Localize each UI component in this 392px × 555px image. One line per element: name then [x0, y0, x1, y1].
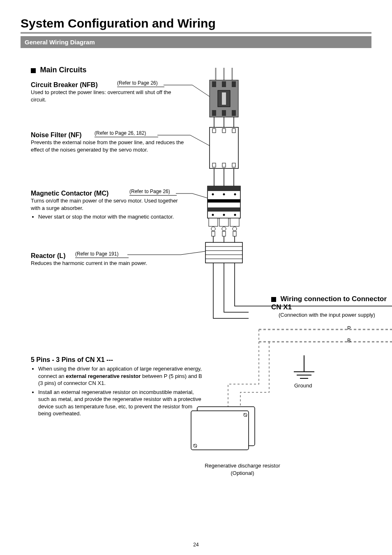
svg-rect-32 [208, 186, 240, 191]
svg-point-45 [222, 227, 226, 231]
section-bar: General Wiring Diagram [21, 36, 371, 48]
circuit-breaker-title: Circuit Breaker (NFB) [31, 81, 98, 88]
svg-point-36 [223, 193, 225, 196]
svg-rect-26 [222, 163, 226, 167]
noise-filter-ref: (Refer to Page 26, 182) [95, 130, 146, 136]
svg-rect-43 [230, 218, 239, 226]
magnetic-contactor-ref: (Refer to Page 26) [129, 189, 170, 194]
wiring-diagram-icon [189, 68, 392, 474]
magnetic-contactor-desc: Turns on/off the main power of the servo… [31, 197, 187, 212]
magnetic-contactor-bullet: Never start or stop the motor with the m… [38, 213, 187, 221]
svg-point-46 [233, 227, 237, 231]
svg-rect-5 [222, 81, 226, 87]
svg-rect-10 [222, 110, 226, 116]
svg-rect-8 [222, 92, 226, 105]
svg-rect-42 [219, 218, 228, 226]
svg-rect-25 [212, 163, 216, 167]
page-number: 24 [0, 542, 392, 548]
svg-point-37 [234, 193, 236, 196]
main-circuits-heading: Main Circuits [40, 66, 86, 74]
bullet-square-icon [31, 68, 36, 73]
svg-rect-9 [212, 110, 216, 116]
reactor-ref: (Refer to Page 191) [75, 251, 118, 257]
svg-point-38 [212, 214, 214, 216]
svg-rect-21 [232, 129, 235, 133]
circuit-breaker-ref: (Refer to Page 26) [117, 80, 158, 86]
svg-rect-33 [208, 199, 240, 203]
svg-point-35 [212, 193, 214, 196]
svg-rect-6 [232, 81, 236, 87]
svg-rect-20 [222, 129, 226, 133]
svg-point-39 [223, 214, 225, 216]
label-p: P [347, 325, 351, 332]
reactor-desc: Reduces the harmonic current in the main… [31, 260, 171, 267]
svg-rect-53 [205, 242, 242, 263]
label-ground: Ground [294, 382, 312, 389]
svg-rect-27 [232, 163, 235, 167]
magnetic-contactor-title: Magnetic Contactor (MC) [31, 190, 108, 197]
svg-rect-34 [208, 207, 240, 212]
svg-rect-19 [212, 129, 216, 133]
svg-rect-47 [212, 231, 215, 236]
svg-rect-66 [191, 411, 249, 450]
pins-bullet-2: Install an external regenerative resisto… [38, 389, 203, 417]
svg-point-44 [211, 227, 215, 231]
regen-caption-line2: (Optional) [187, 470, 298, 477]
reactor-title: Reactor (L) [31, 252, 65, 259]
label-b: B [347, 337, 351, 344]
circuit-breaker-desc: Used to protect the power lines: overcur… [31, 89, 175, 103]
svg-point-40 [234, 214, 236, 216]
pins-title: 5 Pins - 3 Pins of CN X1 --- [31, 356, 203, 364]
svg-rect-49 [233, 231, 236, 236]
svg-rect-15 [210, 127, 238, 168]
regen-caption-line1: Regenerative discharge resistor [187, 462, 298, 470]
svg-rect-41 [209, 218, 218, 226]
svg-rect-48 [222, 231, 226, 236]
svg-rect-11 [232, 110, 236, 116]
pins-bullet-1: When using the driver for an application… [38, 365, 203, 387]
svg-rect-4 [212, 81, 216, 87]
noise-filter-title: Noise Filter (NF) [31, 131, 82, 138]
page-title: System Configuration and Wiring [21, 16, 371, 34]
